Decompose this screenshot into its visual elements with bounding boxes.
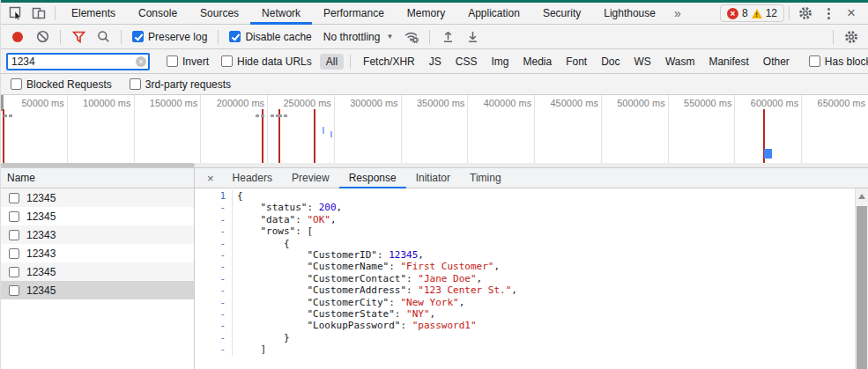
filter-type-manifest[interactable]: Manifest [702, 54, 754, 70]
fold-marker-icon[interactable]: - [195, 308, 233, 320]
checkbox-icon [132, 31, 144, 42]
fold-marker-icon[interactable]: - [195, 332, 233, 343]
clear-filter-icon[interactable]: × [136, 56, 146, 67]
filter-type-doc[interactable]: Doc [595, 54, 626, 70]
network-conditions-button[interactable] [400, 26, 423, 48]
toolbar-divider [60, 30, 61, 44]
filter-type-css[interactable]: CSS [449, 54, 484, 70]
name-column-header[interactable]: Name [1, 168, 194, 188]
response-code[interactable]: 1{- "status": 200,- "data": "OK",- "rows… [195, 188, 855, 369]
checkbox-icon[interactable] [9, 193, 19, 203]
import-har-button[interactable] [436, 26, 459, 48]
name-header-label: Name [7, 172, 35, 184]
record-network-log-button[interactable] [6, 26, 29, 48]
disable-cache-checkbox[interactable]: Disable cache [225, 31, 315, 43]
clear-network-log-button[interactable] [31, 26, 54, 48]
timeline-tick-label: 400000 ms [470, 98, 531, 108]
tab-initiator[interactable]: Initiator [406, 168, 460, 188]
tab-sources[interactable]: Sources [189, 3, 250, 25]
third-party-requests-checkbox[interactable]: 3rd-party requests [125, 78, 235, 91]
more-tabs-button[interactable]: » [667, 4, 688, 24]
fold-marker-icon[interactable]: - [195, 249, 233, 261]
tab-timing[interactable]: Timing [460, 168, 511, 188]
fold-marker-icon[interactable]: - [195, 284, 233, 296]
filter-input-wrap: × [6, 53, 150, 70]
checkbox-icon[interactable] [9, 267, 19, 277]
checkbox-icon[interactable] [9, 211, 19, 222]
fold-marker-icon[interactable]: - [195, 273, 233, 284]
close-devtools-button[interactable]: × [840, 3, 863, 24]
request-row[interactable]: 12343 [1, 244, 194, 262]
code-line-row: - ] [195, 343, 855, 355]
code-line-text: "status": 200, [233, 202, 342, 213]
line-number: 1 [195, 190, 233, 202]
tab-console[interactable]: Console [127, 3, 189, 25]
network-overview-timeline[interactable]: 50000 ms100000 ms150000 ms200000 ms25000… [1, 95, 868, 163]
code-line-text: { [233, 190, 243, 202]
response-vertical-scrollbar[interactable] [855, 188, 868, 369]
filter-type-other[interactable]: Other [757, 54, 796, 70]
tab-performance[interactable]: Performance [312, 3, 396, 25]
devtools-menu-button[interactable] [817, 3, 840, 24]
issues-badge[interactable]: × 8 ! 12 [720, 4, 784, 22]
network-settings-button[interactable] [840, 26, 863, 48]
fold-marker-icon[interactable]: - [195, 261, 233, 272]
filter-divider [350, 55, 351, 69]
fold-marker-icon[interactable]: - [195, 202, 233, 213]
request-row[interactable]: 12343 [1, 225, 194, 244]
filter-type-wasm[interactable]: Wasm [659, 54, 701, 70]
fold-marker-icon[interactable]: - [195, 225, 233, 237]
checkbox-icon[interactable] [9, 248, 19, 259]
export-har-button[interactable] [461, 26, 484, 48]
fold-marker-icon[interactable]: - [195, 214, 233, 225]
request-row[interactable]: 12345 [1, 262, 194, 281]
fold-marker-icon[interactable]: - [195, 320, 233, 331]
tab-network[interactable]: Network [250, 3, 312, 25]
tab-application[interactable]: Application [456, 3, 531, 25]
blocked-requests-checkbox[interactable]: Blocked Requests [6, 78, 116, 91]
close-details-button[interactable]: × [195, 172, 223, 185]
preserve-log-checkbox[interactable]: Preserve log [128, 31, 211, 43]
network-sub-filter-bar: Blocked Requests 3rd-party requests [1, 74, 868, 95]
tab-memory[interactable]: Memory [396, 3, 456, 25]
settings-button[interactable] [794, 3, 817, 24]
filter-toggle-button[interactable] [67, 26, 90, 48]
throttling-select[interactable]: No throttling ▼ [318, 31, 399, 43]
tab-security[interactable]: Security [531, 3, 592, 25]
hide-data-urls-checkbox[interactable]: Hide data URLs [217, 55, 316, 68]
fold-marker-icon[interactable]: - [195, 238, 233, 249]
filter-type-fetch-xhr[interactable]: Fetch/XHR [357, 54, 421, 70]
checkbox-icon[interactable] [9, 230, 19, 240]
hide-data-urls-label: Hide data URLs [237, 55, 312, 68]
tab-response[interactable]: Response [339, 168, 406, 188]
request-row[interactable]: 12345 [1, 188, 194, 207]
inspect-element-button[interactable] [4, 3, 27, 24]
request-row[interactable]: 12345 [1, 281, 194, 299]
tab-preview[interactable]: Preview [282, 168, 339, 188]
has-blocked-cookies-checkbox[interactable]: Has blocked cookies [805, 55, 868, 68]
request-row[interactable]: 12345 [1, 207, 194, 225]
scrollbar-thumb[interactable] [857, 206, 867, 369]
filter-type-all[interactable]: All [320, 54, 344, 70]
scroll-up-arrow-icon[interactable] [858, 194, 865, 199]
filter-type-img[interactable]: Img [485, 54, 515, 70]
fold-marker-icon[interactable]: - [195, 343, 233, 355]
checkbox-icon[interactable] [9, 285, 19, 296]
response-viewer: 1{- "status": 200,- "data": "OK",- "rows… [195, 188, 868, 369]
search-button[interactable] [92, 26, 115, 48]
invert-checkbox[interactable]: Invert [162, 55, 213, 68]
tab-elements[interactable]: Elements [60, 3, 127, 25]
timeline-grid-line [668, 95, 669, 163]
tab-headers[interactable]: Headers [223, 168, 282, 188]
scrollbar-thumb[interactable] [1, 163, 195, 167]
filter-type-media[interactable]: Media [516, 54, 558, 70]
tab-lighthouse[interactable]: Lighthouse [592, 3, 667, 25]
overview-horizontal-scrollbar[interactable] [1, 163, 868, 167]
fold-marker-icon[interactable]: - [195, 297, 233, 308]
filter-type-js[interactable]: JS [423, 54, 448, 70]
filter-type-ws[interactable]: WS [628, 54, 657, 70]
filter-input[interactable] [6, 53, 150, 70]
code-line-text: "LookupPassword": "password1" [233, 320, 477, 331]
device-toolbar-button[interactable] [27, 3, 50, 24]
filter-type-font[interactable]: Font [560, 54, 593, 70]
